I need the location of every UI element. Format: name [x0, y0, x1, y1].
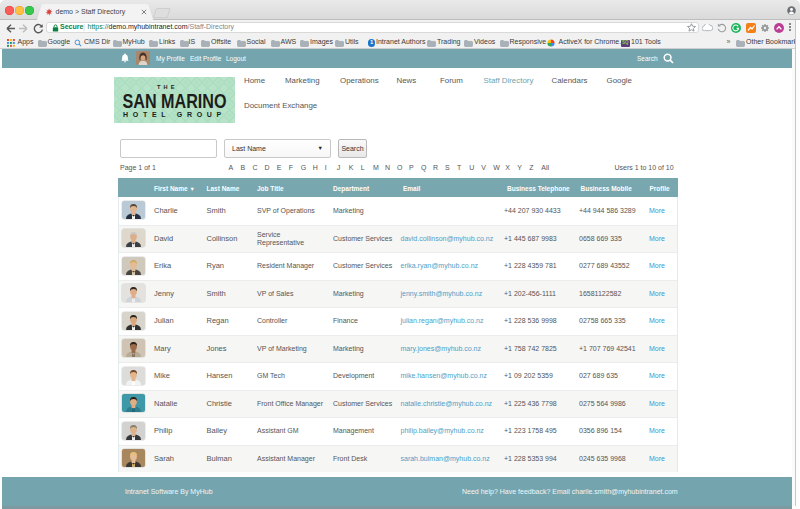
svg-text:SAN MARINO: SAN MARINO: [123, 89, 227, 112]
svg-text:HOTEL GROUP: HOTEL GROUP: [123, 111, 226, 118]
